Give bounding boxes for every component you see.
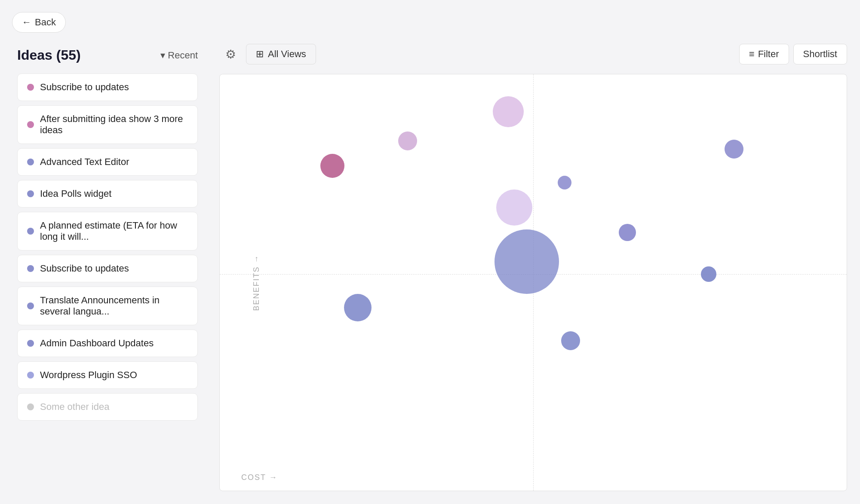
list-item[interactable]: Advanced Text Editor: [17, 148, 198, 176]
list-item[interactable]: Some other idea: [17, 393, 198, 421]
list-item[interactable]: A planned estimate (ETA for how long it …: [17, 212, 198, 250]
chart-bubble[interactable]: [344, 294, 372, 321]
chart-bubble[interactable]: [725, 140, 743, 159]
filter-icon: ≡: [749, 49, 755, 60]
chart-bubble[interactable]: [701, 266, 716, 282]
back-button[interactable]: ← Back: [12, 12, 66, 33]
chart-bubble[interactable]: [496, 189, 532, 226]
idea-label: Subscribe to updates: [40, 263, 129, 274]
chart-bubble[interactable]: [619, 224, 636, 241]
toolbar-right: ≡ Filter Shortlist: [739, 44, 847, 64]
idea-dot: [27, 84, 34, 91]
chart-bubble[interactable]: [561, 331, 580, 350]
idea-label: Subscribe to updates: [40, 82, 129, 93]
cost-axis-label: COST →: [241, 473, 278, 482]
settings-icon: ⚙: [225, 47, 236, 61]
idea-dot: [27, 121, 34, 128]
idea-dot: [27, 403, 34, 410]
recent-button[interactable]: ▾ Recent: [160, 50, 198, 61]
shortlist-label: Shortlist: [803, 49, 837, 59]
chart-area: COST → BENEFITS →: [220, 74, 847, 491]
idea-dot: [27, 228, 34, 235]
chevron-down-icon: ▾: [160, 50, 165, 61]
shortlist-button[interactable]: Shortlist: [793, 44, 847, 64]
chart-bubble[interactable]: [493, 96, 524, 127]
idea-dot: [27, 265, 34, 272]
idea-label: Idea Polls widget: [40, 188, 111, 199]
grid-icon: ⊞: [256, 49, 264, 60]
idea-label: Admin Dashboard Updates: [40, 338, 154, 349]
all-views-button[interactable]: ⊞ All Views: [246, 44, 316, 64]
filter-button[interactable]: ≡ Filter: [739, 44, 789, 64]
idea-dot: [27, 190, 34, 197]
idea-dot: [27, 159, 34, 165]
filter-label: Filter: [758, 49, 779, 60]
idea-label: Some other idea: [40, 401, 109, 412]
list-item[interactable]: Subscribe to updates: [17, 255, 198, 282]
idea-dot: [27, 302, 34, 309]
idea-label: A planned estimate (ETA for how long it …: [40, 220, 188, 242]
idea-label: Wordpress Plugin SSO: [40, 370, 137, 381]
all-views-label: All Views: [268, 49, 306, 60]
settings-button[interactable]: ⚙: [219, 43, 242, 65]
idea-dot: [27, 340, 34, 347]
back-button-label: Back: [35, 17, 56, 28]
chart-bubble[interactable]: [320, 154, 344, 178]
sidebar-header: Ideas (55) ▾ Recent: [17, 47, 198, 63]
list-item[interactable]: Wordpress Plugin SSO: [17, 361, 198, 389]
right-panel: ⚙ ⊞ All Views ≡ Filter Shortlist: [215, 39, 860, 504]
idea-label: Advanced Text Editor: [40, 156, 129, 168]
recent-label: Recent: [168, 50, 198, 61]
toolbar-left: ⚙ ⊞ All Views: [219, 43, 316, 65]
scatter-chart: COST → BENEFITS →: [219, 74, 847, 491]
list-item[interactable]: Subscribe to updates: [17, 73, 198, 101]
list-item[interactable]: Admin Dashboard Updates: [17, 330, 198, 357]
idea-label: After submitting idea show 3 more ideas: [40, 113, 188, 136]
chart-bubble[interactable]: [398, 131, 417, 150]
toolbar: ⚙ ⊞ All Views ≡ Filter Shortlist: [219, 39, 847, 74]
list-item[interactable]: After submitting idea show 3 more ideas: [17, 105, 198, 144]
idea-dot: [27, 372, 34, 379]
idea-list: Subscribe to updatesAfter submitting ide…: [17, 73, 198, 421]
sidebar-title: Ideas (55): [17, 47, 81, 63]
chart-bubble[interactable]: [494, 229, 559, 294]
back-arrow-icon: ←: [22, 17, 31, 28]
list-item[interactable]: Translate Announcements in several langu…: [17, 287, 198, 325]
benefits-axis-label: BENEFITS →: [252, 254, 261, 311]
sidebar: Ideas (55) ▾ Recent Subscribe to updates…: [0, 39, 215, 504]
idea-label: Translate Announcements in several langu…: [40, 295, 188, 317]
chart-bubble[interactable]: [558, 176, 571, 189]
list-item[interactable]: Idea Polls widget: [17, 180, 198, 208]
